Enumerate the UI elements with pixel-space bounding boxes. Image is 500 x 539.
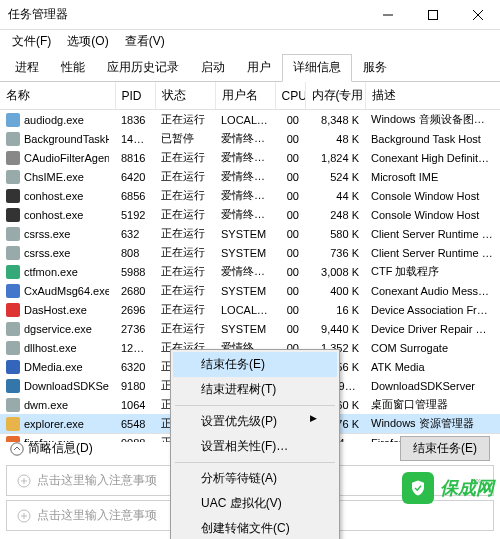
- cell: 400 K: [305, 281, 365, 300]
- context-menu-item[interactable]: 设置相关性(F)…: [173, 434, 337, 459]
- table-row[interactable]: csrss.exe808正在运行SYSTEM00736 KClient Serv…: [0, 243, 500, 262]
- menu-separator: [175, 462, 335, 463]
- cell: 12152: [115, 338, 155, 357]
- process-name: csrss.exe: [24, 247, 70, 259]
- minimize-button[interactable]: [365, 0, 410, 30]
- cell: CAudioFilterAgent…: [0, 148, 115, 167]
- svg-point-4: [11, 442, 23, 454]
- cell: 736 K: [305, 243, 365, 262]
- column-header[interactable]: 用户名: [215, 82, 275, 110]
- cell: 2696: [115, 300, 155, 319]
- note-placeholder: 点击这里输入注意事项: [37, 507, 157, 524]
- close-button[interactable]: [455, 0, 500, 30]
- cell: 00: [275, 243, 305, 262]
- menu-item[interactable]: 查看(V): [117, 31, 173, 52]
- cell: 00: [275, 205, 305, 224]
- context-menu-item[interactable]: UAC 虚拟化(V): [173, 491, 337, 516]
- window-title: 任务管理器: [8, 6, 68, 23]
- context-menu-item[interactable]: 分析等待链(A): [173, 466, 337, 491]
- process-name: DownloadSDKServ…: [24, 380, 109, 392]
- table-row[interactable]: BackgroundTaskH…14440已暂停爱情终究…0048 KBackg…: [0, 129, 500, 148]
- table-row[interactable]: CAudioFilterAgent…8816正在运行爱情终究…001,824 K…: [0, 148, 500, 167]
- fewer-details-label: 简略信息(D): [28, 440, 93, 457]
- column-header[interactable]: 内存(专用…: [305, 82, 365, 110]
- cell: Console Window Host: [365, 186, 500, 205]
- svg-rect-1: [428, 10, 437, 19]
- cell: conhost.exe: [0, 205, 115, 224]
- note-placeholder: 点击这里输入注意事项: [37, 472, 157, 489]
- cell: 8,348 K: [305, 110, 365, 130]
- cell: dllhost.exe: [0, 338, 115, 357]
- column-header[interactable]: 名称: [0, 82, 115, 110]
- cell: 8816: [115, 148, 155, 167]
- context-menu-item[interactable]: 结束进程树(T): [173, 377, 337, 402]
- cell: SYSTEM: [215, 281, 275, 300]
- table-row[interactable]: conhost.exe6856正在运行爱情终究…0044 KConsole Wi…: [0, 186, 500, 205]
- plus-icon: [17, 474, 31, 488]
- process-name: csrss.exe: [24, 228, 70, 240]
- process-icon: [6, 379, 20, 393]
- cell: ChsIME.exe: [0, 167, 115, 186]
- column-header[interactable]: 状态: [155, 82, 215, 110]
- process-icon: [6, 208, 20, 222]
- column-header[interactable]: 描述: [365, 82, 500, 110]
- cell: 正在运行: [155, 110, 215, 130]
- cell: 00: [275, 129, 305, 148]
- cell: 48 K: [305, 129, 365, 148]
- context-menu-item[interactable]: 创建转储文件(C): [173, 516, 337, 539]
- cell: 808: [115, 243, 155, 262]
- table-row[interactable]: CxAudMsg64.exe2680正在运行SYSTEM00400 KConex…: [0, 281, 500, 300]
- cell: 2680: [115, 281, 155, 300]
- context-menu-item[interactable]: 设置优先级(P)▶: [173, 409, 337, 434]
- process-icon: [6, 189, 20, 203]
- context-menu-item[interactable]: 结束任务(E): [173, 352, 337, 377]
- cell: 6548: [115, 414, 155, 433]
- cell: 爱情终究…: [215, 205, 275, 224]
- cell: 1,824 K: [305, 148, 365, 167]
- maximize-button[interactable]: [410, 0, 455, 30]
- process-name: DasHost.exe: [24, 304, 87, 316]
- menu-item[interactable]: 文件(F): [4, 31, 59, 52]
- table-row[interactable]: ChsIME.exe6420正在运行爱情终究…00524 KMicrosoft …: [0, 167, 500, 186]
- tab-4[interactable]: 用户: [236, 54, 282, 81]
- column-header[interactable]: PID: [115, 82, 155, 110]
- process-icon: [6, 132, 20, 146]
- cell: DownloadSDKServ…: [0, 376, 115, 395]
- cell: 00: [275, 148, 305, 167]
- process-icon: [6, 417, 20, 431]
- menu-item[interactable]: 选项(O): [59, 31, 116, 52]
- cell: 580 K: [305, 224, 365, 243]
- table-row[interactable]: DasHost.exe2696正在运行LOCAL SE…0016 KDevice…: [0, 300, 500, 319]
- fewer-details[interactable]: 简略信息(D): [10, 440, 93, 457]
- tab-1[interactable]: 性能: [50, 54, 96, 81]
- cell: dwm.exe: [0, 395, 115, 414]
- cell: 3,008 K: [305, 262, 365, 281]
- cell: LOCAL SE…: [215, 300, 275, 319]
- tab-5[interactable]: 详细信息: [282, 54, 352, 82]
- process-icon: [6, 170, 20, 184]
- table-row[interactable]: dgservice.exe2736正在运行SYSTEM009,440 KDevi…: [0, 319, 500, 338]
- cell: 正在运行: [155, 186, 215, 205]
- menu-separator: [175, 405, 335, 406]
- cell: 正在运行: [155, 300, 215, 319]
- cell: 00: [275, 300, 305, 319]
- watermark: 保成网: [402, 472, 494, 504]
- cell: 6420: [115, 167, 155, 186]
- table-row[interactable]: conhost.exe5192正在运行爱情终究…00248 KConsole W…: [0, 205, 500, 224]
- table-row[interactable]: csrss.exe632正在运行SYSTEM00580 KClient Serv…: [0, 224, 500, 243]
- process-icon: [6, 322, 20, 336]
- cell: Console Window Host: [365, 205, 500, 224]
- table-row[interactable]: ctfmon.exe5988正在运行爱情终究…003,008 KCTF 加载程序: [0, 262, 500, 281]
- cell: 爱情终究…: [215, 148, 275, 167]
- process-name: conhost.exe: [24, 190, 83, 202]
- column-header[interactable]: CPU: [275, 82, 305, 110]
- table-row[interactable]: audiodg.exe1836正在运行LOCAL SE…008,348 KWin…: [0, 110, 500, 130]
- tab-3[interactable]: 启动: [190, 54, 236, 81]
- tab-2[interactable]: 应用历史记录: [96, 54, 190, 81]
- tab-0[interactable]: 进程: [4, 54, 50, 81]
- tab-6[interactable]: 服务: [352, 54, 398, 81]
- cell: 1064: [115, 395, 155, 414]
- cell: conhost.exe: [0, 186, 115, 205]
- cell: dgservice.exe: [0, 319, 115, 338]
- process-icon: [6, 151, 20, 165]
